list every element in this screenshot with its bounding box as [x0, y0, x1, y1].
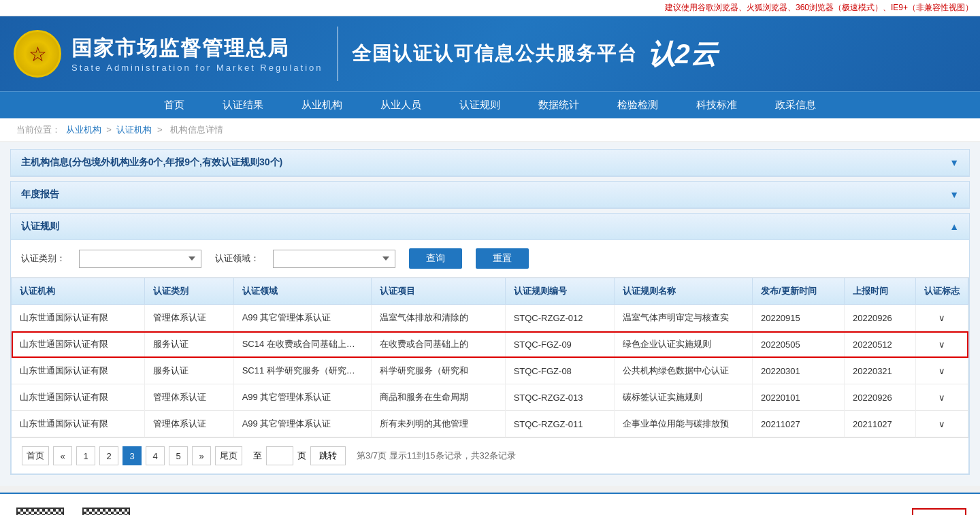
- breadcrumb-sep2: >: [157, 124, 165, 135]
- nav-data-stats[interactable]: 数据统计: [519, 92, 598, 118]
- page-first-btn[interactable]: 首页: [22, 446, 49, 465]
- table-cell: 管理体系认证: [145, 305, 233, 331]
- col-rule-name: 认证规则名称: [615, 278, 753, 305]
- page-next-btn[interactable]: »: [192, 446, 211, 465]
- nav-org[interactable]: 从业机构: [282, 92, 361, 118]
- page-unit: 页: [297, 450, 306, 462]
- table-row: 山东世通国际认证有限管理体系认证A99 其它管理体系认证温室气体排放和清除的ST…: [12, 305, 968, 331]
- table-row: 山东世通国际认证有限服务认证SC11 科学研究服务（研究和开发服务；科学研究服务…: [12, 358, 968, 384]
- col-project: 认证项目: [372, 278, 505, 305]
- breadcrumb: 当前位置： 从业机构 > 认证机构 > 机构信息详情: [0, 118, 980, 142]
- table-cell: A99 其它管理体系认证: [233, 411, 372, 437]
- row-expand-btn[interactable]: ∨: [916, 305, 968, 331]
- header-platform: 全国认证认可信息公共服务平台 认2云: [352, 35, 717, 73]
- section-main-info-title: 主机构信息(分包境外机构业务0个,年报9个,有效认证规则30个): [21, 156, 282, 169]
- platform-title: 全国认证认可信息公共服务平台: [352, 41, 638, 67]
- table-cell: STQC-RZGZ-013: [505, 384, 615, 411]
- table-cell: 20220512: [844, 331, 915, 358]
- query-button[interactable]: 查询: [409, 248, 462, 269]
- section-cert-rules-header[interactable]: 认证规则 ▲: [11, 214, 969, 240]
- table-cell: 管理体系认证: [145, 384, 233, 411]
- breadcrumb-detail: 机构信息详情: [170, 124, 223, 135]
- page-prev-btn[interactable]: «: [53, 446, 72, 465]
- pagination: 首页 « 1 2 3 4 5 » 尾页 至 页 跳转 第3/7页 显示11到15…: [12, 437, 968, 474]
- footer-left: 国家认监委微信 技术支持公众号: [14, 508, 132, 515]
- row-expand-btn[interactable]: ∨: [916, 384, 968, 411]
- table-cell: 商品和服务在生命周期: [372, 384, 505, 411]
- gov-report-btn[interactable]: 🔍 政府网站 找错: [912, 508, 966, 515]
- qr-image-1: [16, 508, 64, 515]
- page-3-btn[interactable]: 3: [122, 446, 142, 465]
- section-main-info-arrow: ▼: [949, 157, 959, 168]
- nav-person[interactable]: 从业人员: [361, 92, 440, 118]
- section-cert-rules-title: 认证规则: [21, 220, 59, 233]
- nav-gov-purchase[interactable]: 政采信息: [756, 92, 835, 118]
- col-rule-no: 认证规则编号: [505, 278, 615, 305]
- table-cell: SC14 在收费或合同基础上的生产服务: [233, 331, 372, 358]
- page-5-btn[interactable]: 5: [169, 446, 188, 465]
- page-2-btn[interactable]: 2: [99, 446, 118, 465]
- table-cell: STQC-FGZ-09: [505, 331, 615, 358]
- nav-tech-std[interactable]: 科技标准: [677, 92, 756, 118]
- page-info: 第3/7页 显示11到15条记录，共32条记录: [357, 450, 516, 462]
- table-header-row: 认证机构 认证类别 认证领域 认证项目 认证规则编号 认证规则名称 发布/更新时…: [12, 278, 968, 305]
- page-jump-btn[interactable]: 跳转: [310, 446, 346, 465]
- table-cell: STQC-RZGZ-011: [505, 411, 615, 437]
- table-cell: STQC-FGZ-08: [505, 358, 615, 384]
- table-cell: 温室气体排放和清除的: [372, 305, 505, 331]
- row-expand-btn[interactable]: ∨: [916, 358, 968, 384]
- breadcrumb-cert-org[interactable]: 认证机构: [116, 124, 152, 135]
- section-annual-report-title: 年度报告: [21, 188, 59, 201]
- qr-code-2: 技术支持公众号: [80, 508, 132, 515]
- section-annual-report-header[interactable]: 年度报告 ▼: [11, 182, 969, 208]
- breadcrumb-sep1: >: [106, 124, 114, 135]
- qr-code-1: 国家认监委微信: [14, 508, 66, 515]
- row-expand-btn[interactable]: ∨: [916, 331, 968, 358]
- row-expand-btn[interactable]: ∨: [916, 411, 968, 437]
- org-name: 国家市场监督管理总局: [71, 35, 323, 63]
- nav-inspection[interactable]: 检验检测: [598, 92, 677, 118]
- data-table-container: 认证机构 认证类别 认证领域 认证项目 认证规则编号 认证规则名称 发布/更新时…: [11, 278, 969, 474]
- org-name-en: State Administration for Market Regulati…: [71, 63, 323, 73]
- page-input[interactable]: [266, 446, 293, 465]
- breadcrumb-prefix: 当前位置：: [16, 124, 61, 135]
- filter-type-label: 认证类别：: [21, 252, 65, 265]
- filter-type-select[interactable]: [79, 250, 201, 268]
- page-1-btn[interactable]: 1: [76, 446, 95, 465]
- page-last-btn[interactable]: 尾页: [215, 446, 242, 465]
- notice-text: 建议使用谷歌浏览器、火狐浏览器、360浏览器（极速模式）、IE9+（非兼容性视图…: [665, 3, 973, 12]
- goto-label: 至: [253, 450, 262, 462]
- table-cell: SC11 科学研究服务（研究和开发服务；: [233, 358, 372, 384]
- main-content: 主机构信息(分包境外机构业务0个,年报9个,有效认证规则30个) ▼ 年度报告 …: [0, 142, 980, 486]
- section-main-info-header[interactable]: 主机构信息(分包境外机构业务0个,年报9个,有效认证规则30个) ▼: [11, 150, 969, 176]
- table-cell: 20220101: [752, 384, 844, 411]
- table-cell: 温室气体声明审定与核查实: [615, 305, 753, 331]
- filter-domain-select[interactable]: [273, 250, 395, 268]
- table-cell: 企事业单位用能与碳排放预: [615, 411, 753, 437]
- nav-cert-result[interactable]: 认证结果: [203, 92, 282, 118]
- filter-row: 认证类别： 认证领域： 查询 重置: [11, 240, 969, 278]
- national-emblem-icon: ☆: [14, 30, 61, 78]
- table-cell: 山东世通国际认证有限: [12, 305, 145, 331]
- table-cell: 20220301: [752, 358, 844, 384]
- breadcrumb-org[interactable]: 从业机构: [66, 124, 101, 135]
- section-cert-rules-arrow: ▲: [949, 221, 959, 232]
- nav-home[interactable]: 首页: [145, 92, 203, 118]
- col-type: 认证类别: [145, 278, 233, 305]
- table-cell: 山东世通国际认证有限: [12, 331, 145, 358]
- nav-cert-rule[interactable]: 认证规则: [440, 92, 519, 118]
- data-table: 认证机构 认证类别 认证领域 认证项目 认证规则编号 认证规则名称 发布/更新时…: [12, 278, 968, 437]
- filter-domain-label: 认证领域：: [215, 252, 259, 265]
- table-cell: 所有未列明的其他管理: [372, 411, 505, 437]
- section-cert-rules: 认证规则 ▲ 认证类别： 认证领域： 查询 重置 认证机构 认证类别: [10, 213, 970, 475]
- table-cell: 科学研究服务（研究和: [372, 358, 505, 384]
- table-cell: 20220915: [752, 305, 844, 331]
- table-cell: 20220321: [844, 358, 915, 384]
- footer: 国家认监委微信 技术支持公众号 版权所有：国家市场监督管理总局 地址：北京市西城…: [0, 493, 980, 515]
- header: ☆ 国家市场监督管理总局 State Administration for Ma…: [0, 16, 980, 91]
- page-4-btn[interactable]: 4: [146, 446, 165, 465]
- table-cell: 在收费或合同基础上的: [372, 331, 505, 358]
- reset-button[interactable]: 重置: [476, 248, 529, 269]
- table-cell: 20220926: [844, 384, 915, 411]
- table-cell: 公共机构绿色数据中心认证: [615, 358, 753, 384]
